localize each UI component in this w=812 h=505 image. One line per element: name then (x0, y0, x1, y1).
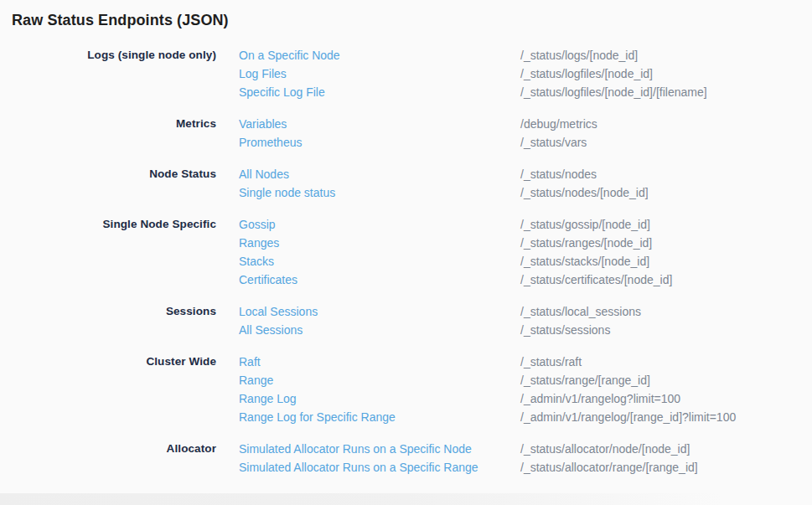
endpoint-link[interactable]: Variables (239, 115, 520, 133)
endpoint-link[interactable]: Certificates (239, 271, 520, 289)
endpoint-paths-column: /_status/allocator/node/[node_id]/_statu… (520, 440, 812, 477)
endpoint-link[interactable]: Range Log for Specific Range (239, 408, 520, 426)
endpoint-path: /_status/nodes (520, 165, 804, 183)
endpoint-links-column: All NodesSingle node status (216, 165, 520, 202)
endpoint-path: /_status/gossip/[node_id] (520, 215, 804, 234)
endpoint-link[interactable]: Specific Log File (239, 83, 520, 101)
category-label: Cluster Wide (0, 353, 216, 426)
endpoint-links-column: On a Specific NodeLog FilesSpecific Log … (216, 46, 520, 101)
endpoint-path: /_status/sessions (520, 321, 804, 339)
endpoint-paths-column: /_status/logs/[node_id]/_status/logfiles… (520, 46, 812, 101)
endpoint-link[interactable]: Local Sessions (239, 302, 520, 321)
endpoint-link[interactable]: Prometheus (239, 133, 520, 152)
endpoint-section: MetricsVariablesPrometheus/debug/metrics… (0, 115, 812, 152)
endpoint-link[interactable]: Simulated Allocator Runs on a Specific R… (239, 458, 520, 477)
endpoint-link[interactable]: Ranges (239, 234, 520, 252)
endpoint-path: /_status/allocator/range/[range_id] (520, 458, 804, 477)
endpoint-path: /_status/allocator/node/[node_id] (520, 440, 804, 458)
endpoint-path: /_status/logs/[node_id] (520, 46, 804, 64)
endpoint-paths-column: /_status/gossip/[node_id]/_status/ranges… (520, 215, 812, 289)
endpoint-paths-column: /debug/metrics/_status/vars (520, 115, 812, 152)
category-label: Allocator (0, 440, 216, 477)
endpoint-paths-column: /_status/raft/_status/range/[range_id]/_… (520, 353, 812, 426)
category-label: Single Node Specific (0, 215, 216, 289)
endpoint-link[interactable]: All Sessions (239, 321, 520, 339)
endpoint-link[interactable]: On a Specific Node (239, 46, 520, 64)
endpoint-links-column: GossipRangesStacksCertificates (216, 215, 520, 289)
endpoint-paths-column: /_status/nodes/_status/nodes/[node_id] (520, 165, 812, 202)
endpoint-path: /_status/raft (520, 353, 804, 371)
endpoint-path: /_status/logfiles/[node_id] (520, 64, 804, 83)
endpoint-link[interactable]: Range Log (239, 389, 520, 408)
endpoint-link[interactable]: Gossip (239, 215, 520, 234)
endpoint-link[interactable]: Log Files (239, 64, 520, 83)
category-label: Metrics (0, 115, 216, 152)
endpoint-links-column: Local SessionsAll Sessions (216, 302, 520, 339)
endpoint-section: Node StatusAll NodesSingle node status/_… (0, 165, 812, 202)
endpoint-link[interactable]: Simulated Allocator Runs on a Specific N… (239, 440, 520, 458)
page-title: Raw Status Endpoints (JSON) (12, 10, 229, 30)
endpoint-path: /debug/metrics (520, 115, 804, 133)
endpoint-path: /_status/range/[range_id] (520, 371, 804, 389)
endpoint-link[interactable]: All Nodes (239, 165, 520, 183)
endpoint-links-column: RaftRangeRange LogRange Log for Specific… (216, 353, 520, 426)
endpoints-table: Logs (single node only)On a Specific Nod… (0, 46, 812, 490)
footer-shade (0, 493, 737, 505)
endpoint-paths-column: /_status/local_sessions/_status/sessions (520, 302, 812, 339)
endpoint-section: SessionsLocal SessionsAll Sessions/_stat… (0, 302, 812, 339)
endpoint-path: /_status/nodes/[node_id] (520, 183, 804, 202)
endpoint-path: /_status/logfiles/[node_id]/[filename] (520, 83, 804, 101)
endpoint-links-column: Simulated Allocator Runs on a Specific N… (216, 440, 520, 477)
endpoint-section: Cluster WideRaftRangeRange LogRange Log … (0, 353, 812, 426)
endpoint-link[interactable]: Single node status (239, 183, 520, 202)
endpoint-path: /_status/stacks/[node_id] (520, 252, 804, 271)
endpoint-section: AllocatorSimulated Allocator Runs on a S… (0, 440, 812, 477)
endpoint-path: /_status/local_sessions (520, 302, 804, 321)
endpoint-links-column: VariablesPrometheus (216, 115, 520, 152)
category-label: Node Status (0, 165, 216, 202)
endpoint-path: /_status/ranges/[node_id] (520, 234, 804, 252)
endpoint-link[interactable]: Range (239, 371, 520, 389)
category-label: Sessions (0, 302, 216, 339)
endpoint-section: Single Node SpecificGossipRangesStacksCe… (0, 215, 812, 289)
endpoint-path: /_status/certificates/[node_id] (520, 271, 804, 289)
endpoint-link[interactable]: Raft (239, 353, 520, 371)
endpoint-link[interactable]: Stacks (239, 252, 520, 271)
endpoint-path: /_admin/v1/rangelog?limit=100 (520, 389, 804, 408)
category-label: Logs (single node only) (0, 46, 216, 101)
endpoint-path: /_status/vars (520, 133, 804, 152)
endpoint-path: /_admin/v1/rangelog/[range_id]?limit=100 (520, 408, 804, 426)
endpoint-section: Logs (single node only)On a Specific Nod… (0, 46, 812, 101)
